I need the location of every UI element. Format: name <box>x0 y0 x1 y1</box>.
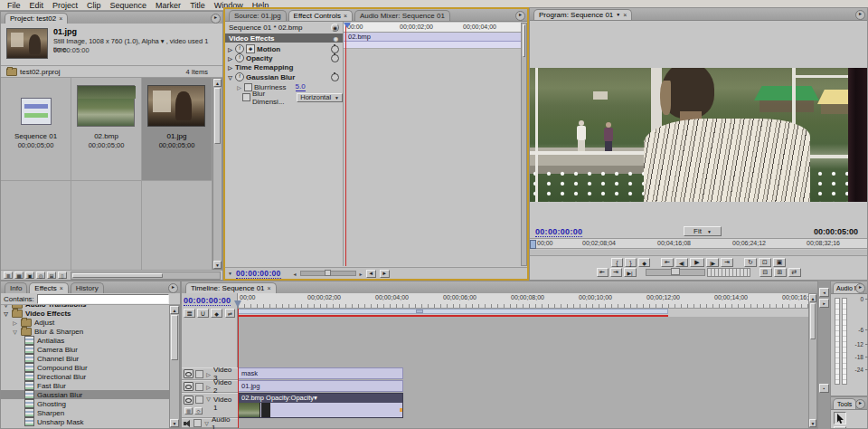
expander-icon[interactable]: ▽ <box>203 420 210 426</box>
expander-icon[interactable]: ▷ <box>227 46 233 52</box>
effects-vertical-scrollbar[interactable]: ▲ ▼ <box>169 305 180 428</box>
track-lock-icon[interactable] <box>195 396 203 404</box>
stopwatch-icon[interactable] <box>331 54 339 62</box>
ec-row-time-remapping[interactable]: ▷ Time Remapping <box>225 62 343 72</box>
tree-item-gaussian-blur-selected[interactable]: Gaussian Blur <box>1 390 169 399</box>
work-area-handle[interactable] <box>416 310 423 313</box>
track-header-video2[interactable]: ▷ Video 2 <box>182 380 238 393</box>
tree-item-camera-blur[interactable]: Camera Blur <box>1 345 169 354</box>
program-playhead-marker[interactable] <box>530 240 536 249</box>
tree-item-channel-blur[interactable]: Channel Blur <box>1 354 169 363</box>
find-button[interactable]: ◎ <box>36 272 45 279</box>
ec-row-gaussian-blur[interactable]: ▽ f Gaussian Blur <box>225 72 343 81</box>
trash-button[interactable]: ▯ <box>58 272 67 279</box>
tree-item-compound-blur[interactable]: Compound Blur <box>1 363 169 372</box>
panel-menu-icon[interactable]: ▸ <box>855 283 865 293</box>
set-in-button[interactable]: { <box>611 258 623 267</box>
track-lock-icon[interactable] <box>195 370 203 378</box>
play-in-out-button[interactable]: ▶| <box>624 268 637 277</box>
blur-dimension-dropdown[interactable]: Horizontal ▼ <box>297 93 343 102</box>
project-vertical-scrollbar[interactable]: ▲ ▼ <box>212 78 222 270</box>
timeline-playhead-line[interactable] <box>238 309 239 428</box>
tab-timeline[interactable]: Timeline: Sequence 01 × <box>185 282 277 293</box>
tab-program[interactable]: Program: Sequence 01 ▼ × <box>533 9 632 20</box>
project-bin-row[interactable]: test02.prproj 4 Items <box>1 67 222 78</box>
expander-icon[interactable]: ▷ <box>227 55 233 62</box>
ec-current-timecode[interactable]: 00:00:00:00 <box>236 269 281 279</box>
tab-history[interactable]: History <box>71 282 104 293</box>
safe-margins-button[interactable]: ⊡ <box>759 258 771 267</box>
toggle-track-output-icon[interactable] <box>184 382 193 391</box>
menu-item-sequence[interactable]: Sequence <box>106 1 152 10</box>
ec-row-blur-dimension[interactable]: Blur Dimensi... Horizontal ▼ <box>225 92 343 102</box>
tree-item-ghosting[interactable]: Ghosting <box>1 399 169 408</box>
menu-item-title[interactable]: Title <box>185 1 210 10</box>
panel-menu-icon[interactable]: ▸ <box>168 283 178 293</box>
track-lock-icon[interactable] <box>193 419 202 427</box>
toggle-track-output-icon[interactable] <box>184 369 193 378</box>
work-area-button[interactable]: ⇄ <box>225 309 235 318</box>
ec-clip-band[interactable]: 02.bmp <box>344 33 521 42</box>
project-item-01jpg-selected[interactable]: 01.jpg 00;00;05;00 <box>142 78 212 180</box>
close-icon[interactable]: × <box>268 283 271 293</box>
menu-item-file[interactable]: File <box>3 1 25 10</box>
tree-item-sharpen[interactable]: Sharpen <box>1 408 169 417</box>
new-bin-button[interactable]: ⊞ <box>47 272 56 279</box>
program-zoom-dropdown[interactable]: Fit ▼ <box>684 226 722 236</box>
tab-effect-controls[interactable]: Effect Controls × <box>288 10 353 21</box>
tree-item-video-effects[interactable]: ▽Video Effects <box>1 309 169 318</box>
loop-button[interactable]: ↻ <box>744 258 757 267</box>
close-icon[interactable]: × <box>60 283 63 293</box>
timeline-playhead-marker[interactable] <box>234 300 241 308</box>
ec-vertical-scrollbar[interactable] <box>521 23 527 266</box>
set-out-button[interactable]: } <box>625 258 637 267</box>
next-edit-button[interactable]: ⇥ <box>610 268 622 277</box>
panel-menu-icon[interactable]: ▸ <box>855 10 865 20</box>
jog-disk[interactable] <box>707 268 750 277</box>
shuttle-slider[interactable] <box>646 269 705 276</box>
prev-edit-button[interactable]: ⇤ <box>597 268 609 277</box>
expander-icon[interactable]: ▽ <box>3 305 9 308</box>
scroll-down-icon[interactable]: ▼ <box>213 261 222 269</box>
output-button[interactable]: ▣ <box>773 258 786 267</box>
clip-mask-video3[interactable]: mask <box>238 367 403 379</box>
work-area-bar[interactable] <box>238 309 668 314</box>
extract-button[interactable]: ⊞ <box>774 268 787 277</box>
goto-out-button[interactable]: ⇥ <box>721 258 733 267</box>
timeline-vertical-scrollbar[interactable]: ▲ ▼ <box>808 293 817 428</box>
show-keyframes-button[interactable]: ◇ <box>194 407 203 415</box>
show-timeline-view-icon[interactable]: ◉ <box>331 24 339 32</box>
scroll-right-icon[interactable]: ▸ <box>819 299 829 308</box>
effect-enabled-icon[interactable]: f <box>235 53 244 62</box>
tree-item-blur-sharpen[interactable]: ▽Blur & Sharpen <box>1 327 169 336</box>
expander-icon[interactable]: ▽ <box>205 396 212 402</box>
menu-item-project[interactable]: Project <box>48 1 82 10</box>
snap-button[interactable]: ∪ <box>197 309 209 318</box>
selection-tool-button[interactable] <box>834 412 846 424</box>
step-forward-button[interactable]: |▶ <box>706 258 719 267</box>
scrollbar-thumb[interactable] <box>72 273 163 278</box>
clip-01jpg-video2[interactable]: 01.jpg <box>238 380 403 392</box>
project-item-sequence01[interactable]: Sequence 01 00;00;05;00 <box>1 78 71 180</box>
zoom-out-icon[interactable]: ◂ <box>294 271 297 277</box>
marker-button[interactable]: ◆ <box>638 258 650 267</box>
expander-icon[interactable]: ▷ <box>236 84 242 91</box>
keyframe-next-button[interactable]: ► <box>380 270 390 278</box>
close-icon[interactable]: × <box>344 11 347 21</box>
close-icon[interactable]: × <box>623 10 627 20</box>
panel-menu-icon[interactable]: ▸ <box>515 11 525 21</box>
play-button[interactable]: ▶ <box>690 258 704 267</box>
tree-item-antialias[interactable]: Antialias <box>1 336 169 345</box>
close-icon[interactable]: × <box>59 14 62 24</box>
ec-zoom-slider[interactable] <box>300 271 356 276</box>
scrollbar-thumb[interactable] <box>171 315 178 360</box>
zoom-in-icon[interactable]: ▸ <box>360 271 363 277</box>
toggle-animation-icon[interactable] <box>242 93 250 101</box>
goto-in-button[interactable]: ⇤ <box>661 258 674 267</box>
expander-icon[interactable]: ▷ <box>12 319 18 326</box>
timeline-ruler[interactable]: 00;00 00;00;02;00 00;00;04;00 00;00;06;0… <box>238 293 810 309</box>
tab-source[interactable]: Source: 01.jpg <box>229 10 287 21</box>
menu-item-edit[interactable]: Edit <box>25 1 49 10</box>
scrollbar-thumb[interactable] <box>523 24 525 57</box>
ec-row-opacity[interactable]: ▷ f Opacity <box>225 53 343 62</box>
